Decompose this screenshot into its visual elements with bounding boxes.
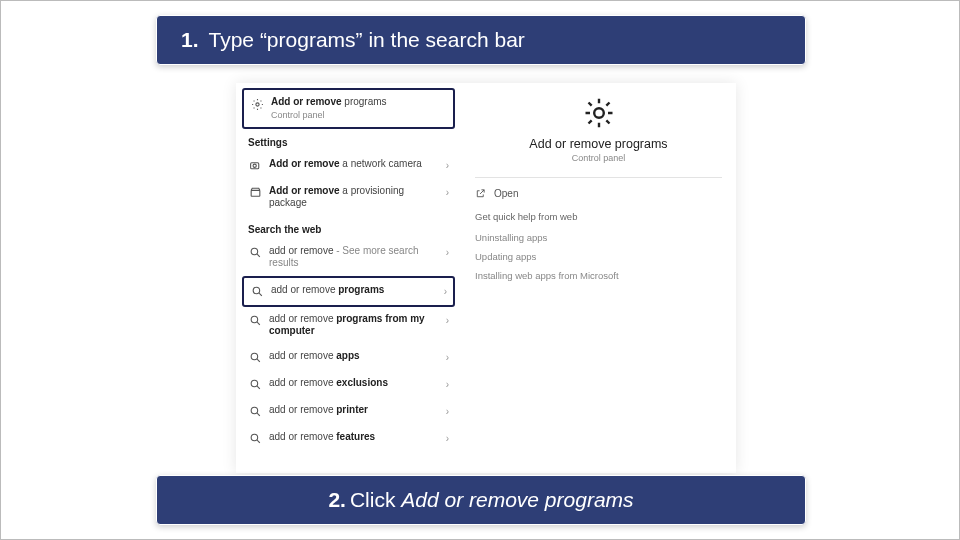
search-results-list: Add or remove programs Control panel Set… (236, 83, 461, 473)
result-web-4[interactable]: add or remove exclusions › (242, 371, 455, 398)
search-icon (248, 351, 262, 365)
result-provisioning-package[interactable]: Add or remove a provisioning package › (242, 179, 455, 216)
package-icon (248, 186, 262, 200)
chevron-right-icon: › (444, 286, 447, 297)
search-icon (248, 246, 262, 260)
chevron-right-icon: › (446, 160, 449, 171)
instruction-step-2: 2.Click Add or remove programs (156, 475, 806, 525)
svg-point-0 (255, 102, 258, 105)
help-link-updating[interactable]: Updating apps (475, 251, 722, 262)
svg-rect-3 (251, 191, 260, 197)
chevron-right-icon: › (446, 406, 449, 417)
search-icon (248, 405, 262, 419)
open-external-icon (475, 188, 486, 199)
chevron-right-icon: › (446, 247, 449, 258)
step-number: 1. (181, 28, 199, 51)
svg-point-9 (251, 407, 257, 414)
web-section-label: Search the web (242, 216, 455, 239)
result-network-camera[interactable]: Add or remove a network camera › (242, 152, 455, 179)
svg-point-4 (251, 248, 257, 255)
camera-icon (248, 159, 262, 173)
svg-point-11 (594, 108, 604, 118)
step-text-action: Add or remove programs (401, 488, 633, 511)
result-web-6[interactable]: add or remove features › (242, 425, 455, 452)
result-web-3[interactable]: add or remove apps › (242, 344, 455, 371)
step-number: 2. (328, 488, 346, 511)
result-subtitle: Control panel (271, 110, 447, 121)
search-icon (250, 285, 264, 299)
result-web-0[interactable]: add or remove - See more search results … (242, 239, 455, 276)
svg-point-6 (251, 316, 257, 323)
chevron-right-icon: › (446, 352, 449, 363)
detail-title: Add or remove programs (475, 137, 722, 151)
result-add-remove-programs[interactable]: Add or remove programs Control panel (242, 88, 455, 129)
search-results-window: Add or remove programs Control panel Set… (236, 83, 736, 473)
gear-icon (581, 95, 617, 131)
svg-point-2 (253, 164, 256, 167)
svg-point-8 (251, 380, 257, 387)
result-web-5[interactable]: add or remove printer › (242, 398, 455, 425)
search-icon (248, 314, 262, 328)
chevron-right-icon: › (446, 433, 449, 444)
svg-point-10 (251, 434, 257, 441)
instruction-step-1: 1.Type “programs” in the search bar (156, 15, 806, 65)
step-text-prefix: Click (350, 488, 401, 511)
gear-icon (250, 97, 264, 111)
settings-section-label: Settings (242, 129, 455, 152)
chevron-right-icon: › (446, 315, 449, 326)
chevron-right-icon: › (446, 379, 449, 390)
svg-point-5 (253, 287, 259, 294)
chevron-right-icon: › (446, 187, 449, 198)
divider (475, 177, 722, 178)
result-web-2[interactable]: add or remove programs from my computer … (242, 307, 455, 344)
help-link-installing[interactable]: Installing web apps from Microsoft (475, 270, 722, 281)
open-button[interactable]: Open (475, 188, 722, 199)
result-web-programs[interactable]: add or remove programs › (242, 276, 455, 307)
search-icon (248, 378, 262, 392)
result-detail-pane: Add or remove programs Control panel Ope… (461, 83, 736, 473)
detail-subtitle: Control panel (475, 153, 722, 163)
help-link-uninstalling[interactable]: Uninstalling apps (475, 232, 722, 243)
quick-help-label: Get quick help from web (475, 211, 722, 222)
search-icon (248, 432, 262, 446)
step-text: Type “programs” in the search bar (209, 28, 525, 51)
svg-point-7 (251, 353, 257, 360)
